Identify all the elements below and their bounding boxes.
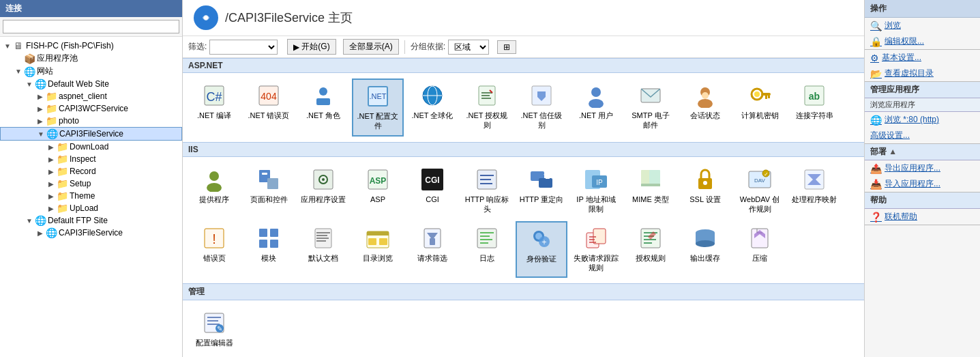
icon-module[interactable]: 模块 bbox=[243, 221, 295, 278]
icon-handler[interactable]: 处理程序映射 bbox=[788, 162, 840, 219]
tree-arrow: ▶ bbox=[46, 168, 56, 175]
tree-item-setup[interactable]: ▶ 📁 Setup bbox=[0, 177, 182, 190]
icon-fail-req[interactable]: 失败请求跟踪规则 bbox=[570, 221, 622, 278]
connection-label: 连接 bbox=[5, 3, 22, 13]
tree-item-theme[interactable]: ▶ 📁 Theme bbox=[0, 190, 182, 202]
icon-dir-browse[interactable]: 目录浏览 bbox=[352, 221, 404, 278]
icon-page-ctrl[interactable]: 页面和控件 bbox=[243, 162, 295, 219]
svg-point-19 bbox=[698, 99, 713, 108]
icon-ip-domain[interactable]: IP IP 地址和域限制 bbox=[570, 162, 622, 219]
icon-net-error[interactable]: 404 .NET 错误页 bbox=[243, 78, 295, 137]
tree-item-websites[interactable]: ▼ 🌐 网站 bbox=[0, 65, 182, 78]
icon-provide[interactable]: 提供程序 bbox=[188, 162, 240, 219]
browse-80-link[interactable]: 🌐 浏览 *:80 (http) bbox=[865, 112, 980, 128]
icon-net-user[interactable]: .NET 用户 bbox=[570, 78, 622, 137]
log-label: 日志 bbox=[479, 253, 494, 263]
icon-connection-str[interactable]: ab 连接字符串 bbox=[788, 78, 840, 137]
icon-net-auth[interactable]: .NET 授权规则 bbox=[461, 78, 513, 137]
browse-link[interactable]: 🔍 浏览 bbox=[865, 18, 980, 33]
svg-point-78 bbox=[696, 240, 715, 247]
icon-http-redirect[interactable]: HTTP 响应标头 bbox=[461, 162, 513, 219]
tree-item-default-ftp[interactable]: ▼ 🌐 Default FTP Site bbox=[0, 214, 182, 227]
icon-net-role[interactable]: .NET 角色 bbox=[297, 78, 349, 137]
icon-mime[interactable]: MIME 类型 bbox=[625, 162, 677, 219]
tree-item-capi3ftp[interactable]: ▶ 🌐 CAPI3FileService bbox=[0, 227, 182, 239]
icon-auth[interactable]: + 身份验证 bbox=[516, 221, 567, 278]
icon-machine-key[interactable]: 计算机密钥 bbox=[734, 78, 786, 137]
grid-view-button[interactable]: ⊞ bbox=[497, 40, 516, 54]
icon-error-page[interactable]: ! 错误页 bbox=[188, 221, 240, 278]
tree-arrow: ▶ bbox=[46, 180, 56, 188]
iis-section-header: IIS bbox=[183, 142, 864, 157]
net-auth-label: .NET 授权规则 bbox=[464, 111, 509, 130]
grid-icon: ⊞ bbox=[503, 42, 510, 52]
help-link[interactable]: ❓ 联机帮助 bbox=[865, 209, 980, 225]
icon-net-trust[interactable]: .NET 信任级别 bbox=[516, 78, 567, 137]
icon-app-setting[interactable]: 应用程序设置 bbox=[297, 162, 349, 219]
tree-item-app-pool[interactable]: 📦 应用程序池 bbox=[0, 52, 182, 65]
dir-browse-icon bbox=[366, 226, 390, 251]
icon-net-compile[interactable]: C# .NET 编译 bbox=[188, 78, 240, 137]
tree-label: Setup bbox=[68, 179, 91, 188]
icon-cgi[interactable]: CGI CGI bbox=[406, 162, 458, 219]
tree-label: CAPI3FileService bbox=[58, 129, 123, 139]
export-icon: 📤 bbox=[870, 163, 882, 174]
icon-config-editor[interactable]: ✎ 配置编辑器 bbox=[188, 306, 240, 352]
tree-item-default-web[interactable]: ▼ 🌐 Default Web Site bbox=[0, 78, 182, 90]
basic-settings-link[interactable]: ⚙ 基本设置... bbox=[865, 50, 980, 66]
http-rewrite-icon bbox=[529, 167, 554, 192]
help-section: 帮助 ❓ 联机帮助 bbox=[865, 192, 980, 225]
icon-session[interactable]: 会话状态 bbox=[679, 78, 731, 137]
import-app-link[interactable]: 📥 导入应用程序... bbox=[865, 176, 980, 192]
tree-label: UpLoad bbox=[68, 203, 98, 213]
right-panel: 操作 🔍 浏览 🔒 编辑权限... ⚙ 基本设置... 📂 查看虚拟目录 管理应… bbox=[864, 0, 980, 357]
show-all-button[interactable]: 全部显示(A) bbox=[343, 39, 399, 55]
advanced-settings-link[interactable]: 高级设置... bbox=[865, 128, 980, 143]
search-input[interactable] bbox=[3, 20, 179, 33]
tree-item-inspect[interactable]: ▶ 📁 Inspect bbox=[0, 153, 182, 165]
http-rewrite-label: HTTP 重定向 bbox=[520, 195, 564, 204]
deploy-expand-btn[interactable]: ▲ bbox=[889, 147, 897, 156]
icon-http-rewrite[interactable]: HTTP 重定向 bbox=[516, 162, 567, 219]
view-vdir-icon: 📂 bbox=[870, 68, 882, 79]
smtp-label: SMTP 电子邮件 bbox=[628, 111, 673, 130]
tree-item-fish-pc[interactable]: ▼ 🖥 FISH-PC (Fish-PC\Fish) bbox=[0, 40, 182, 52]
group-dropdown[interactable]: 区域 bbox=[448, 40, 489, 55]
tree-item-aspnet[interactable]: ▶ 📁 aspnet_client bbox=[0, 90, 182, 102]
svg-rect-60 bbox=[270, 240, 278, 248]
start-button[interactable]: ▶ 开始(G) bbox=[287, 39, 336, 55]
tree-label: Default Web Site bbox=[46, 79, 109, 89]
settings-icon: ⚙ bbox=[870, 53, 879, 63]
icon-ssl[interactable]: SSL 设置 bbox=[679, 162, 731, 219]
icon-net-config[interactable]: .NET .NET 配置文件 bbox=[352, 78, 404, 137]
icon-compress[interactable]: 压缩 bbox=[734, 221, 786, 278]
tree-item-record[interactable]: ▶ 📁 Record bbox=[0, 165, 182, 177]
help-icon: ❓ bbox=[870, 212, 882, 223]
svg-rect-57 bbox=[259, 229, 267, 237]
icon-log[interactable]: 日志 bbox=[461, 221, 513, 278]
view-vdir-link[interactable]: 📂 查看虚拟目录 bbox=[865, 66, 980, 81]
page-ctrl-label: 页面和控件 bbox=[250, 195, 288, 204]
icon-request-filter[interactable]: 请求筛选 bbox=[406, 221, 458, 278]
tree-item-download[interactable]: ▶ 📁 DownLoad bbox=[0, 141, 182, 153]
icon-smtp[interactable]: SMTP 电子邮件 bbox=[625, 78, 677, 137]
icon-output-cache[interactable]: 输出缓存 bbox=[679, 221, 731, 278]
icon-asp[interactable]: ASP ASP bbox=[352, 162, 404, 219]
tree-item-capi3wcf[interactable]: ▶ 📁 CAPI3WCFService bbox=[0, 102, 182, 115]
export-app-link[interactable]: 📤 导出应用程序... bbox=[865, 160, 980, 176]
edit-perm-link[interactable]: 🔒 编辑权限... bbox=[865, 33, 980, 49]
tree-item-upload[interactable]: ▶ 📁 UpLoad bbox=[0, 202, 182, 214]
icon-net-global[interactable]: .NET 全球化 bbox=[406, 78, 458, 137]
tree-item-photo[interactable]: ▶ 📁 photo bbox=[0, 115, 182, 127]
svg-text:CGI: CGI bbox=[425, 175, 439, 185]
manage-title: 管理 bbox=[188, 287, 205, 296]
folder-icon: 📁 bbox=[45, 115, 57, 126]
tree-item-capi3file[interactable]: ▼ 🌐 CAPI3FileService bbox=[0, 127, 182, 141]
filter-dropdown[interactable] bbox=[209, 40, 278, 55]
auth-rules-label: 授权规则 bbox=[636, 253, 666, 263]
cgi-label: CGI bbox=[426, 195, 439, 204]
view-vdir-label: 查看虚拟目录 bbox=[885, 68, 934, 79]
icon-webdav[interactable]: DAV ✓ WebDAV 创作规则 bbox=[734, 162, 786, 219]
icon-auth-rules[interactable]: 授权规则 bbox=[625, 221, 677, 278]
icon-default-doc[interactable]: 默认文档 bbox=[297, 221, 349, 278]
